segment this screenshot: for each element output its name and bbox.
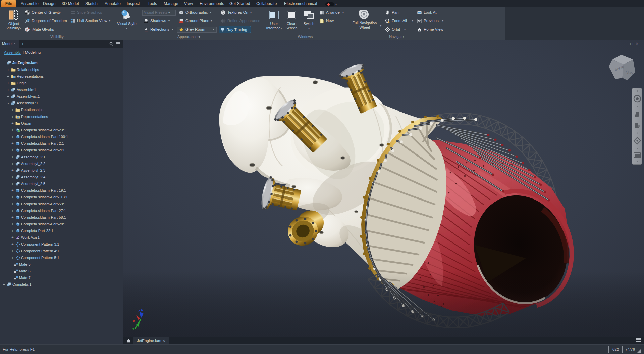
svg-text:Z: Z bbox=[138, 309, 140, 313]
svg-text:Y: Y bbox=[132, 327, 135, 331]
svg-text:X: X bbox=[133, 319, 136, 323]
